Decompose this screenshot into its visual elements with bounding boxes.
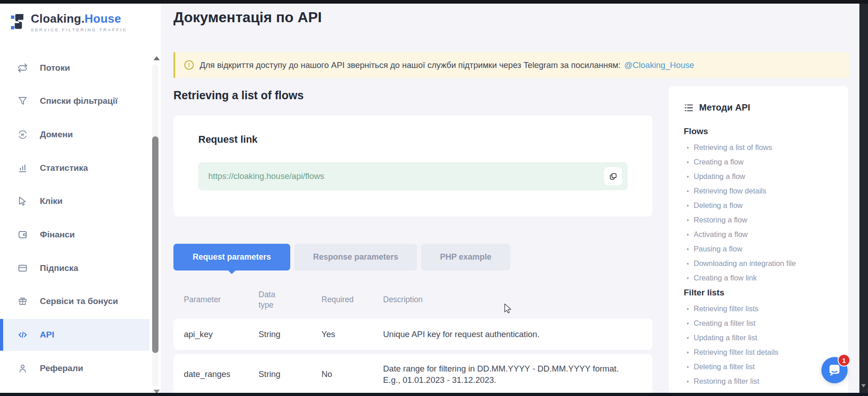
sidebar-item-referrals[interactable]: Реферали bbox=[0, 353, 149, 384]
method-link[interactable]: Restoring a filter list bbox=[684, 377, 833, 386]
cell-parameter: api_key bbox=[184, 329, 259, 339]
method-link[interactable]: Activating a flow bbox=[684, 230, 833, 239]
page-scrollbar[interactable] bbox=[859, 4, 868, 393]
sidebar-item-statistics[interactable]: Статистика bbox=[0, 152, 149, 184]
method-link[interactable]: Downloading an integration file bbox=[684, 259, 833, 268]
cell-required: No bbox=[321, 369, 383, 379]
window-frame-top bbox=[0, 0, 868, 4]
method-link[interactable]: Deleting a filter list bbox=[684, 362, 833, 371]
method-link[interactable]: Creating a flow bbox=[684, 157, 833, 166]
cell-data-type: String bbox=[259, 329, 321, 339]
tabs: Request parameters Response parameters P… bbox=[173, 244, 510, 270]
sidebar-item-label: Сервіси та бонуси bbox=[40, 296, 118, 306]
sidebar-item-label: Реферали bbox=[40, 363, 83, 373]
logo-word-dark: Cloaking. bbox=[31, 12, 85, 25]
sidebar-scroll-up-icon[interactable] bbox=[153, 56, 160, 60]
request-link-card: Request link https://cloaking.house/api/… bbox=[173, 116, 652, 217]
list-icon bbox=[684, 103, 694, 113]
sidebar-scrollbar[interactable] bbox=[152, 64, 158, 386]
method-link[interactable]: Updating a flow bbox=[684, 172, 833, 181]
logo-icon bbox=[11, 13, 25, 31]
cell-parameter: date_ranges bbox=[184, 369, 259, 379]
sidebar-item-services-bonuses[interactable]: Сервіси та бонуси bbox=[0, 285, 149, 317]
request-card-title: Request link bbox=[198, 134, 258, 145]
page-scroll-down-icon[interactable] bbox=[861, 384, 866, 387]
method-link[interactable]: Deleting a flow bbox=[684, 201, 833, 210]
tab-response-parameters[interactable]: Response parameters bbox=[294, 244, 417, 270]
method-link[interactable]: Creating a flow link bbox=[684, 273, 833, 282]
tab-request-parameters[interactable]: Request parameters bbox=[173, 244, 290, 270]
request-url[interactable]: https://cloaking.house/api/flows bbox=[208, 171, 324, 181]
sidebar-item-clicks[interactable]: Кліки bbox=[0, 185, 149, 217]
api-icon bbox=[17, 329, 28, 340]
sidebar-item-label: Домени bbox=[40, 130, 73, 140]
table-header: Parameter Data type Required Description bbox=[173, 281, 652, 319]
request-url-box: https://cloaking.house/api/flows bbox=[198, 162, 628, 190]
statistics-icon bbox=[17, 163, 28, 174]
methods-panel-title: Методи API bbox=[699, 102, 750, 113]
method-link[interactable]: Retrieving filter lists bbox=[684, 304, 833, 313]
method-link[interactable]: Creating a filter list bbox=[684, 319, 833, 328]
window-frame-bottom bbox=[0, 393, 868, 396]
sidebar-item-label: Статистика bbox=[40, 163, 88, 173]
tab-php-example[interactable]: PHP example bbox=[421, 244, 510, 270]
cell-description: Date range for filtering in DD.MM.YYYY -… bbox=[383, 363, 630, 386]
method-link[interactable]: Retrieving filter list details bbox=[684, 348, 833, 357]
logo-word-blue: House bbox=[85, 12, 121, 25]
method-link[interactable]: Restoring a flow bbox=[684, 215, 833, 224]
column-header-required: Required bbox=[321, 295, 383, 304]
finance-icon bbox=[17, 229, 28, 240]
sidebar-item-domains[interactable]: Домени bbox=[0, 119, 149, 150]
sidebar-item-flows[interactable]: Потоки bbox=[0, 52, 149, 84]
domains-icon bbox=[17, 129, 28, 140]
methods-list-flows: Retrieving a list of flows Creating a fl… bbox=[684, 143, 833, 282]
sidebar-item-label: Кліки bbox=[40, 196, 62, 206]
sidebar-item-subscription[interactable]: Підписка bbox=[0, 252, 149, 284]
flows-icon bbox=[17, 63, 28, 73]
methods-section-flows: Flows bbox=[684, 126, 833, 136]
api-methods-panel: Методи API Flows Retrieving a list of fl… bbox=[669, 86, 848, 396]
sidebar: Cloaking.House SERVICE FILTERING TRAFFIC… bbox=[0, 4, 161, 393]
methods-section-filter-lists: Filter lists bbox=[684, 288, 833, 298]
logo-tagline: SERVICE FILTERING TRAFFIC bbox=[31, 27, 127, 32]
method-link[interactable]: Retrieving a list of flows bbox=[684, 143, 833, 152]
telegram-link[interactable]: @Cloaking_House bbox=[624, 60, 695, 70]
warning-icon: ! bbox=[184, 60, 194, 70]
method-link[interactable]: Retrieving flow details bbox=[684, 186, 833, 195]
column-header-data-type: Data type bbox=[259, 290, 281, 310]
sidebar-item-filter-lists[interactable]: Списки фільтрації bbox=[0, 85, 149, 117]
cell-data-type: String bbox=[259, 369, 321, 379]
copy-button[interactable] bbox=[604, 167, 622, 185]
logo[interactable]: Cloaking.House SERVICE FILTERING TRAFFIC bbox=[11, 12, 127, 32]
filter-icon bbox=[17, 96, 28, 106]
sidebar-item-label: Списки фільтрації bbox=[40, 96, 118, 106]
column-header-description: Description bbox=[383, 295, 652, 304]
mouse-cursor bbox=[504, 304, 513, 314]
methods-panel-header: Методи API bbox=[684, 102, 833, 113]
copy-icon bbox=[609, 172, 618, 181]
method-link[interactable]: Pausing a flow bbox=[684, 244, 833, 253]
cell-description: Unique API key for request authenticatio… bbox=[383, 328, 630, 340]
table-row: api_key String Yes Unique API key for re… bbox=[173, 319, 652, 350]
page-title: Документація по API bbox=[173, 9, 322, 26]
app-window: Cloaking.House SERVICE FILTERING TRAFFIC… bbox=[0, 0, 868, 396]
sidebar-item-api[interactable]: API bbox=[0, 319, 149, 351]
gift-icon bbox=[17, 296, 28, 307]
sidebar-item-label: Підписка bbox=[40, 263, 78, 273]
main-content: Документація по API ! Для відкриття дост… bbox=[161, 4, 859, 393]
sidebar-scrollbar-thumb[interactable] bbox=[152, 136, 158, 353]
sidebar-item-finance[interactable]: Фінанси bbox=[0, 219, 149, 251]
clicks-icon bbox=[17, 196, 28, 207]
cell-required: Yes bbox=[321, 329, 383, 339]
column-header-parameter: Parameter bbox=[184, 295, 259, 304]
method-link[interactable]: Updating a filter list bbox=[684, 333, 833, 342]
info-banner: ! Для відкриття доступу до нашого API зв… bbox=[173, 52, 849, 78]
chat-button[interactable]: 1 bbox=[821, 357, 848, 383]
banner-text: Для відкриття доступу до нашого API звер… bbox=[200, 60, 621, 70]
logo-text: Cloaking.House SERVICE FILTERING TRAFFIC bbox=[31, 12, 127, 32]
section-title: Retrieving a list of flows bbox=[173, 89, 304, 102]
referrals-icon bbox=[17, 363, 28, 374]
methods-list-filter-lists: Retrieving filter lists Creating a filte… bbox=[684, 304, 833, 386]
sidebar-item-label: API bbox=[40, 330, 54, 340]
chat-badge: 1 bbox=[838, 354, 850, 367]
